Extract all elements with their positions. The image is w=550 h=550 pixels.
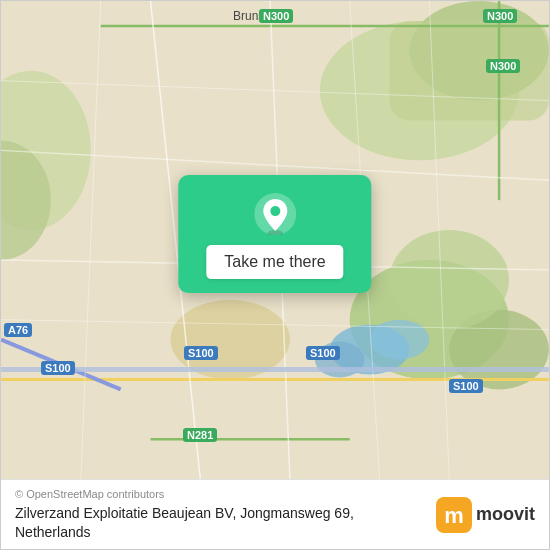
svg-rect-3	[390, 21, 549, 121]
take-me-there-button[interactable]: Take me there	[206, 245, 343, 279]
attribution-text: © OpenStreetMap contributors	[15, 488, 426, 500]
footer: © OpenStreetMap contributors Zilverzand …	[1, 479, 549, 549]
moovit-text: moovit	[476, 504, 535, 525]
moovit-logo: m moovit	[436, 497, 535, 533]
app-container: Brunssum N300 N300 N300 S100 S100 S100 S…	[0, 0, 550, 550]
location-card: Take me there	[178, 175, 371, 293]
road-label-a76: A76	[4, 323, 32, 337]
svg-point-30	[270, 206, 280, 216]
address-text: Zilverzand Exploitatie Beaujean BV, Jong…	[15, 504, 426, 542]
road-label-n281: N281	[183, 428, 217, 442]
road-label-n300-top: N300	[259, 9, 293, 23]
svg-text:m: m	[444, 503, 464, 528]
road-label-n300-right-top: N300	[483, 9, 517, 23]
road-label-n300-right: N300	[486, 59, 520, 73]
road-label-s100-left: S100	[41, 361, 75, 375]
footer-text: © OpenStreetMap contributors Zilverzand …	[15, 488, 426, 542]
svg-point-10	[370, 320, 430, 360]
moovit-icon: m	[436, 497, 472, 533]
road-label-s100-right: S100	[449, 379, 483, 393]
road-label-s100-center: S100	[306, 346, 340, 360]
svg-point-8	[390, 230, 510, 330]
map-area: Brunssum N300 N300 N300 S100 S100 S100 S…	[1, 1, 549, 479]
map-pin-icon	[254, 193, 296, 235]
road-label-s100-mid: S100	[184, 346, 218, 360]
